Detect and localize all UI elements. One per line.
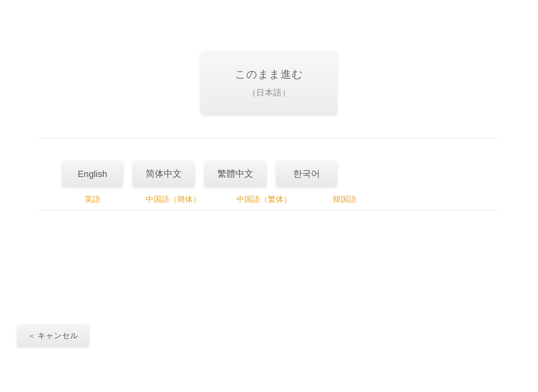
language-btn-english[interactable]: English: [62, 160, 123, 187]
language-section: English 简体中文 繁體中文 한국어 英語 中国語（簡体） 中国語（繁体）…: [39, 160, 499, 210]
language-label-english: 英語: [62, 194, 123, 205]
continue-main-text: このまま進む: [235, 67, 303, 81]
continue-card[interactable]: このまま進む （日本語）: [200, 50, 338, 115]
cancel-area: ＜ キャンセル: [17, 324, 89, 347]
language-btn-korean[interactable]: 한국어: [276, 160, 337, 187]
top-divider: [39, 138, 499, 138]
language-labels-row: 英語 中国語（簡体） 中国語（繁体） 韓国語: [39, 194, 375, 205]
language-btn-korean-text: 한국어: [293, 169, 320, 179]
language-btn-simplified-chinese-text: 简体中文: [146, 169, 182, 179]
continue-sub-text: （日本語）: [248, 87, 291, 99]
cancel-button[interactable]: ＜ キャンセル: [17, 324, 89, 347]
cancel-label: キャンセル: [38, 330, 78, 341]
language-buttons-row: English 简体中文 繁體中文 한국어: [39, 160, 337, 187]
language-label-korean: 韓国語: [314, 194, 375, 205]
language-btn-traditional-chinese[interactable]: 繁體中文: [204, 160, 267, 187]
language-btn-english-text: English: [78, 169, 107, 179]
language-btn-traditional-chinese-text: 繁體中文: [217, 169, 253, 179]
chevron-left-icon: ＜: [28, 331, 35, 341]
language-label-traditional-chinese: 中国語（繁体）: [223, 194, 305, 205]
language-btn-simplified-chinese[interactable]: 简体中文: [132, 160, 195, 187]
language-label-simplified-chinese: 中国語（簡体）: [132, 194, 214, 205]
bottom-divider: [39, 210, 499, 211]
